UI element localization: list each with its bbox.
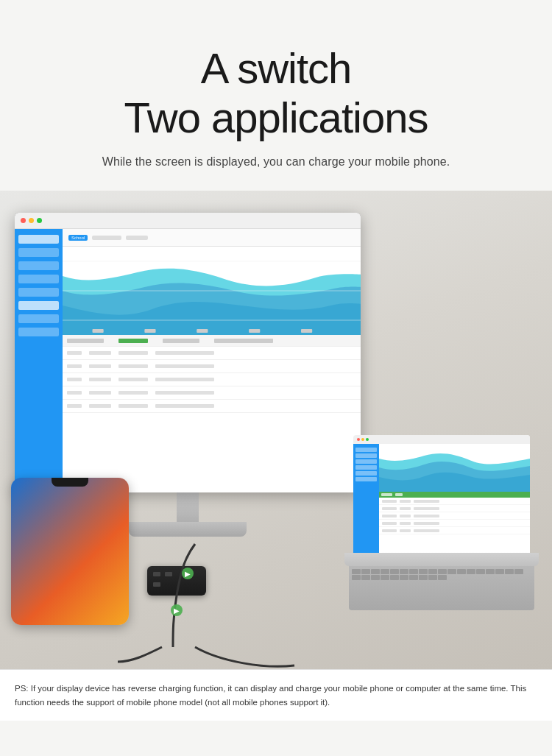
laptop-screen: [353, 435, 530, 553]
header-bar-1: [92, 236, 121, 240]
row2-col3: [118, 364, 148, 368]
row1-col3: [118, 351, 148, 355]
key-9: [428, 569, 437, 574]
row2-col2: [89, 364, 111, 368]
laptop-table-row-2: [379, 505, 530, 512]
laptop-sidebar-4: [355, 465, 377, 470]
page-wrapper: A switch Two applications While the scre…: [0, 0, 552, 721]
school-tag: School: [68, 235, 88, 241]
sidebar-bar-1: [18, 235, 59, 244]
row3-col2: [89, 378, 111, 381]
table-row-3: [63, 373, 361, 386]
lr5c1: [382, 529, 397, 532]
image-section: School: [0, 191, 552, 669]
laptop-table-row-3: [379, 512, 530, 520]
sidebar-bar-2: [18, 248, 59, 257]
keyboard-keys: [349, 566, 534, 583]
lr4c1: [382, 522, 397, 525]
svg-point-10: [171, 604, 183, 616]
lr4c2: [400, 522, 411, 525]
laptop-sidebar-5: [355, 471, 377, 476]
row5-col3: [118, 404, 148, 408]
key-25: [409, 575, 418, 580]
lr3c2: [400, 515, 411, 517]
key-21: [371, 575, 380, 580]
hub-port-3: [153, 582, 160, 587]
key-12: [457, 569, 466, 574]
screen-top-bar: [15, 213, 361, 229]
hero-subtitle: While the screen is displayed, you can c…: [29, 155, 523, 169]
row5-col1: [67, 404, 82, 408]
key-8: [419, 569, 428, 574]
key-14: [476, 569, 485, 574]
key-26: [419, 575, 428, 580]
laptop-table-row-4: [379, 520, 530, 527]
phone: [11, 478, 129, 625]
product-scene: School: [0, 191, 552, 669]
hero-title: A switch Two applications: [29, 44, 523, 142]
svg-rect-4: [93, 329, 104, 333]
sidebar-bar-7: [18, 314, 59, 323]
key-7: [409, 569, 418, 574]
laptop-minimize-dot: [361, 438, 364, 441]
lth2: [395, 493, 403, 496]
row3-col3: [118, 378, 148, 381]
table-row-4: [63, 386, 361, 400]
table-row-5: [63, 400, 361, 413]
col-time: [118, 339, 148, 343]
table-row-1: [63, 347, 361, 360]
key-22: [381, 575, 389, 580]
key-19: [352, 575, 361, 580]
svg-text:▶: ▶: [174, 607, 180, 615]
laptop-maximize-dot: [366, 438, 369, 441]
svg-rect-7: [249, 329, 260, 333]
key-20: [361, 575, 370, 580]
window-minimize-dot: [29, 218, 34, 223]
lr1c2: [400, 500, 411, 503]
sidebar-bar-6: [18, 301, 59, 310]
footer-note: PS: If your display device has reverse c…: [0, 669, 552, 721]
svg-rect-6: [197, 329, 208, 333]
laptop-sidebar-6: [355, 477, 377, 481]
app-sidebar: [15, 229, 63, 492]
monitor-stand-neck: [177, 492, 199, 522]
laptop-body: [344, 553, 539, 566]
col-behavior: [67, 339, 104, 343]
laptop-close-dot: [357, 438, 360, 441]
table-row-2: [63, 360, 361, 373]
table-header: [63, 335, 361, 347]
key-1: [352, 569, 361, 574]
lr5c3: [414, 529, 439, 532]
footer-text: PS: If your display device has reverse c…: [15, 682, 537, 709]
hub-port-1: [153, 572, 160, 576]
key-18: [514, 569, 523, 574]
window-close-dot: [21, 218, 26, 223]
svg-rect-5: [144, 329, 155, 333]
key-16: [495, 569, 504, 574]
row3-col4: [155, 378, 214, 381]
monitor-screen: School: [15, 213, 361, 492]
key-5: [390, 569, 399, 574]
row4-col1: [67, 391, 82, 395]
key-27: [428, 575, 437, 580]
sidebar-bar-5: [18, 288, 59, 297]
laptop-table-header: [379, 492, 530, 498]
lr2c2: [400, 507, 411, 510]
key-23: [390, 575, 399, 580]
app-header: School: [63, 229, 361, 247]
row4-col3: [118, 391, 148, 395]
sidebar-bar-8: [18, 328, 59, 336]
row2-col4: [155, 364, 214, 368]
key-28: [438, 575, 447, 580]
hero-section: A switch Two applications While the scre…: [0, 0, 552, 183]
lr2c1: [382, 507, 397, 510]
row2-col1: [67, 364, 82, 368]
laptop-sidebar: [353, 444, 379, 553]
col-teacher: [163, 339, 199, 343]
row4-col2: [89, 391, 111, 395]
laptop-table: [379, 492, 530, 553]
key-6: [400, 569, 408, 574]
key-17: [505, 569, 514, 574]
row1-col1: [67, 351, 82, 355]
row5-col2: [89, 404, 111, 408]
